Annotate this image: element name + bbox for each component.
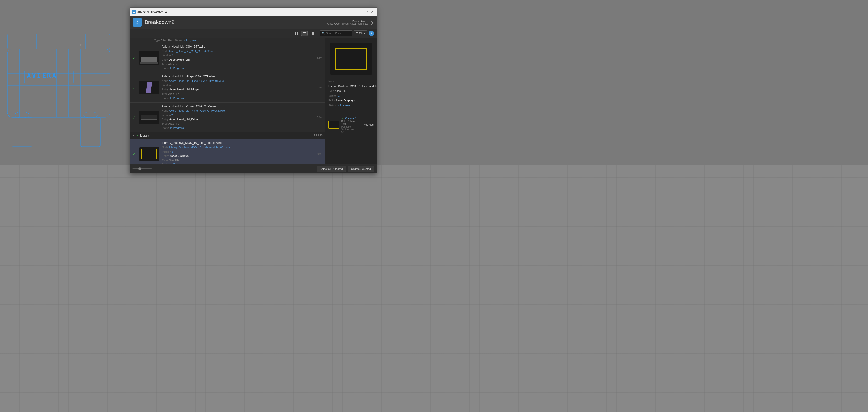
detail-status-value: In Progress bbox=[337, 104, 350, 107]
svg-text:+: + bbox=[80, 42, 82, 47]
app-icon bbox=[132, 10, 136, 14]
wireframe-object: AVIERA + bbox=[0, 0, 127, 171]
file-thumb-1 bbox=[139, 51, 159, 65]
svg-rect-37 bbox=[297, 33, 298, 35]
title-bar-controls: ? ✕ bbox=[365, 9, 375, 14]
type-value: Alias File bbox=[161, 39, 172, 42]
select-all-outdated-button[interactable]: Select all Outdated bbox=[317, 166, 346, 172]
header-bar: SSG Breakdown2 Project Aviera Class-A Go… bbox=[130, 16, 376, 29]
status-value: In Progress bbox=[183, 39, 196, 42]
search-icon: 🔍 bbox=[322, 32, 325, 35]
list-view-button[interactable] bbox=[301, 31, 308, 36]
file-thumb-2 bbox=[139, 81, 159, 94]
columns-button[interactable] bbox=[309, 31, 315, 36]
header-project-info: Project Aviera Class-A Go To Prod, Asset… bbox=[327, 20, 368, 25]
version-status-right: In Progress bbox=[360, 123, 374, 126]
nav-arrow[interactable]: ❯ bbox=[370, 20, 374, 25]
content-area: Type Alias File Status In Progress ✓ Avi… bbox=[130, 38, 376, 164]
svg-rect-33 bbox=[134, 12, 135, 13]
lib-file-info: Library_Displays_MOD_10_Inch_module.wire… bbox=[161, 141, 315, 164]
zoom-thumb[interactable] bbox=[138, 167, 142, 170]
file-meta-2: Node Aviera_Hood_Lid_Hinge_CSA_GTP.v001.… bbox=[162, 79, 315, 100]
file-meta-1: Node Aviera_Hood_Lid_CSA_GTP.v002.wire V… bbox=[162, 49, 315, 71]
project-name: Project Aviera bbox=[327, 20, 368, 23]
filter-button[interactable]: Filter bbox=[354, 30, 367, 36]
group-check-icon: ✓ bbox=[136, 134, 139, 137]
file-item[interactable]: ✓ Aviera_Hood_Lid_Primer_CSA_GTP.wire No… bbox=[130, 103, 325, 132]
search-box[interactable]: 🔍 bbox=[320, 30, 352, 36]
svg-rect-35 bbox=[297, 32, 298, 33]
svg-rect-41 bbox=[311, 32, 311, 35]
yellow-box-large bbox=[335, 48, 367, 70]
lib-file-meta: Node Library_Displays_MOD_10_Inch_module… bbox=[162, 145, 315, 164]
file-name-3: Aviera_Hood_Lid_Primer_CSA_GTP.wire bbox=[162, 105, 315, 108]
detail-name-value: Library_Displays_MOD_10_Inch_module.wire bbox=[328, 84, 376, 88]
group-toggle-icon[interactable]: ▼ bbox=[132, 134, 135, 137]
detail-entity-value: Asset Displays bbox=[336, 99, 355, 102]
svg-rect-38 bbox=[303, 32, 306, 33]
header-title: Breakdown2 bbox=[145, 19, 327, 26]
file-item[interactable]: ✓ Aviera_Hood_Lid_CSA_GTP.wire Node Avie… bbox=[130, 43, 325, 73]
version-thumb-small bbox=[328, 121, 339, 129]
version-label: Version 1 bbox=[345, 116, 357, 119]
detail-entity-label: Entity bbox=[328, 99, 336, 102]
grid-view-button[interactable] bbox=[293, 31, 300, 36]
version-card: ✓ Version 1 Date 31 May 10:09 Mykhailo S… bbox=[326, 114, 376, 135]
project-sub: Class-A Go To Prod, Asset Front Face bbox=[327, 23, 368, 25]
svg-marker-44 bbox=[356, 32, 359, 34]
version-check-icon: ✓ bbox=[341, 116, 344, 120]
search-input[interactable] bbox=[326, 32, 350, 35]
file-item[interactable]: ✓ Aviera_Hood_Lid_Hinge_CSA_GTP.wire Nod… bbox=[130, 73, 325, 103]
detail-version-label: Version bbox=[328, 94, 338, 97]
toolbar-separator bbox=[317, 31, 318, 36]
svg-rect-42 bbox=[312, 32, 313, 35]
svg-rect-31 bbox=[134, 10, 135, 11]
detail-version-value: 1 bbox=[338, 94, 340, 97]
viewport-grid bbox=[0, 165, 868, 412]
type-label: Type bbox=[154, 39, 161, 42]
side-panel: Name Library_Displays_MOD_10_Inch_module… bbox=[325, 38, 376, 164]
svg-text:AVIERA: AVIERA bbox=[27, 72, 57, 80]
file-name-2: Aviera_Hood_Lid_Hinge_CSA_GTP.wire bbox=[162, 75, 315, 78]
svg-rect-15 bbox=[81, 117, 100, 147]
title-bar-left: ShotGrid: Breakdown2 bbox=[132, 10, 167, 14]
svg-rect-36 bbox=[295, 33, 296, 35]
file-info-2: Aviera_Hood_Lid_Hinge_CSA_GTP.wire Node … bbox=[161, 75, 315, 100]
detail-type-value: Alias File bbox=[335, 90, 346, 92]
toolbar: 🔍 Filter i bbox=[130, 29, 376, 38]
filter-label: Filter bbox=[359, 32, 365, 35]
group-name: Library bbox=[140, 134, 149, 137]
svg-point-26 bbox=[15, 112, 29, 118]
library-file-item[interactable]: ✓ Library_Displays_MOD_10_Inch_module.wi… bbox=[130, 139, 325, 164]
window-title: ShotGrid: Breakdown2 bbox=[137, 10, 167, 13]
bottom-bar: Select all Outdated Update Selected bbox=[130, 164, 376, 173]
check-icon-1: ✓ bbox=[132, 56, 137, 60]
file-age-1: 32w bbox=[317, 56, 322, 59]
lib-file-age: 39w bbox=[316, 152, 321, 156]
lib-file-name: Library_Displays_MOD_10_Inch_module.wire bbox=[162, 141, 315, 145]
file-list[interactable]: Type Alias File Status In Progress ✓ Avi… bbox=[130, 38, 325, 164]
close-button[interactable]: ✕ bbox=[370, 9, 375, 14]
lib-file-thumb bbox=[140, 147, 159, 161]
group-header-library[interactable]: ▼ ✓ Library 1 FILES bbox=[130, 132, 325, 139]
shotgrid-window: ShotGrid: Breakdown2 ? ✕ SSG Breakdown2 … bbox=[130, 7, 377, 173]
side-divider bbox=[326, 112, 376, 112]
info-button[interactable]: i bbox=[369, 31, 374, 36]
status-label: Status bbox=[175, 39, 183, 42]
update-selected-button[interactable]: Update Selected bbox=[348, 166, 374, 172]
yellow-box-thumb bbox=[142, 148, 157, 159]
check-icon-2: ✓ bbox=[132, 85, 137, 90]
help-button[interactable]: ? bbox=[365, 9, 369, 14]
title-bar: ShotGrid: Breakdown2 ? ✕ bbox=[130, 8, 376, 16]
side-detail-info: Name Library_Displays_MOD_10_Inch_module… bbox=[326, 77, 376, 110]
detail-name-label: Name bbox=[328, 80, 335, 82]
svg-rect-14 bbox=[12, 117, 32, 147]
version-date-label: Date bbox=[341, 120, 346, 123]
file-meta-3: Node Aviera_Hood_Lid_Primer_CSA_GTP.v002… bbox=[162, 109, 315, 130]
svg-rect-39 bbox=[303, 33, 306, 33]
zoom-slider[interactable] bbox=[132, 168, 152, 169]
file-age-3: 32w bbox=[317, 116, 322, 119]
file-info-3: Aviera_Hood_Lid_Primer_CSA_GTP.wire Node… bbox=[161, 105, 315, 130]
svg-rect-43 bbox=[313, 32, 314, 35]
svg-rect-21 bbox=[7, 34, 110, 49]
